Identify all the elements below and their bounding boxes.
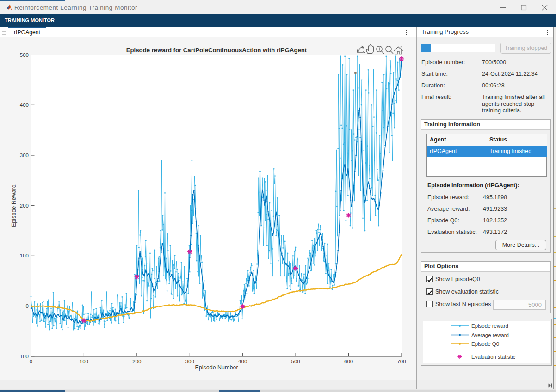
- svg-text:500: 500: [291, 359, 300, 364]
- svg-text:700: 700: [397, 359, 406, 364]
- svg-text:Episode Reward: Episode Reward: [11, 184, 17, 227]
- svg-text:Episode reward: Episode reward: [471, 323, 508, 329]
- svg-text:0: 0: [26, 303, 29, 309]
- svg-text:Episode Number: Episode Number: [195, 364, 238, 371]
- svg-text:Episode reward for CartPoleCon: Episode reward for CartPoleContinuousAct…: [126, 47, 307, 54]
- svg-text:0: 0: [30, 359, 32, 364]
- svg-text:500: 500: [20, 52, 29, 58]
- svg-text:-100: -100: [18, 354, 29, 359]
- svg-text:300: 300: [20, 153, 29, 158]
- svg-text:Episode Q0: Episode Q0: [471, 341, 499, 347]
- svg-text:600: 600: [344, 359, 353, 364]
- svg-text:100: 100: [20, 253, 29, 258]
- svg-text:Evaluation statistic: Evaluation statistic: [471, 354, 515, 360]
- svg-text:200: 200: [132, 359, 141, 364]
- svg-text:400: 400: [20, 102, 29, 108]
- svg-text:100: 100: [80, 359, 88, 364]
- svg-text:300: 300: [185, 359, 194, 364]
- svg-text:400: 400: [238, 359, 247, 364]
- svg-text:200: 200: [20, 203, 29, 208]
- svg-text:Average reward: Average reward: [471, 332, 509, 338]
